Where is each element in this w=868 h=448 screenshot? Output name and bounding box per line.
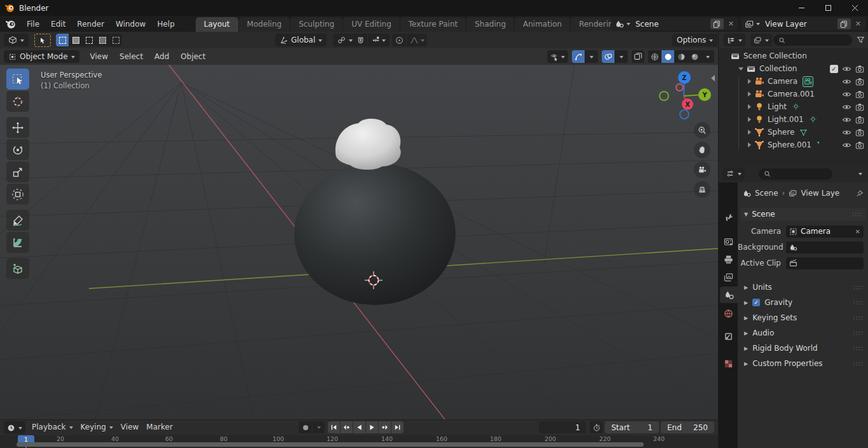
mode-dropdown[interactable]: Object Mode <box>4 50 79 63</box>
gizmo-z-neg-axis[interactable] <box>679 109 689 119</box>
pan-hand-icon[interactable] <box>694 142 710 158</box>
hide-viewport-eye-icon[interactable] <box>842 116 851 124</box>
frame-start-field[interactable]: Start 1 <box>605 421 659 433</box>
measure-tool[interactable] <box>6 232 29 253</box>
gizmo-z-axis[interactable]: Z <box>678 71 691 84</box>
outliner-row[interactable]: Sphere.001 <box>719 139 868 151</box>
drag-dots-icon[interactable]: :::: <box>853 345 864 351</box>
gizmo-y-axis[interactable]: Y <box>698 88 711 101</box>
properties-tab[interactable] <box>720 269 737 285</box>
play-button[interactable] <box>366 421 378 433</box>
expand-toggle-icon[interactable] <box>745 142 753 147</box>
shading-solid-button[interactable] <box>661 50 674 63</box>
close-button[interactable] <box>841 0 868 16</box>
outliner-item-name[interactable]: Sphere.001 <box>768 140 811 149</box>
current-frame-field[interactable]: 1 <box>539 421 586 433</box>
expand-toggle-icon[interactable] <box>745 104 753 109</box>
outliner-row[interactable]: Light.001 <box>719 113 868 126</box>
properties-tab[interactable] <box>720 328 737 344</box>
outliner-item-name[interactable]: Scene Collection <box>743 51 807 60</box>
outliner-editor-type[interactable] <box>724 34 745 46</box>
gizmo-y-neg-axis[interactable] <box>659 91 669 101</box>
select-mode-subtract[interactable] <box>83 34 95 46</box>
transform-orientation-dropdown[interactable]: Global <box>275 34 327 46</box>
snap-toggle[interactable] <box>353 34 367 46</box>
property-section-header[interactable]: ▶ Custom Properties :::: <box>738 357 868 370</box>
expand-toggle-icon[interactable] <box>745 92 753 97</box>
timeline-ruler[interactable]: 20406080100120140160180200220240 1 <box>0 435 718 448</box>
gravity-checkbox[interactable]: ✓ <box>752 299 760 306</box>
navigation-gizmo[interactable]: Z Y X <box>658 71 712 124</box>
disable-render-camera-icon[interactable] <box>855 78 864 86</box>
rotate-tool[interactable] <box>6 139 29 160</box>
disable-render-camera-icon[interactable] <box>855 141 864 149</box>
properties-options-dropdown[interactable] <box>858 173 862 177</box>
object-visibility-dropdown[interactable] <box>547 50 568 63</box>
auto-keying-record-toggle[interactable] <box>299 421 312 433</box>
property-section-header[interactable]: ▶ Rigid Body World :::: <box>738 342 868 355</box>
unlink-scene-icon[interactable]: ✕ <box>726 20 736 28</box>
jump-to-end-button[interactable] <box>391 421 403 433</box>
expand-toggle-icon[interactable] <box>737 65 745 73</box>
drag-dots-icon[interactable]: :::: <box>853 284 864 290</box>
proportional-falloff-dropdown[interactable] <box>407 34 427 46</box>
workspace-tab[interactable]: Layout <box>196 17 238 32</box>
gizmo-options-dropdown[interactable] <box>585 50 598 63</box>
outliner-item-name[interactable]: Collection <box>759 64 797 73</box>
properties-tab[interactable] <box>720 305 737 322</box>
add-cube-tool[interactable] <box>6 258 29 279</box>
outliner-row[interactable]: Scene Collection <box>719 50 868 62</box>
disable-render-camera-icon[interactable] <box>855 90 864 98</box>
outliner-item-name[interactable]: Sphere <box>768 128 794 137</box>
workspace-tab[interactable]: Sculpting <box>290 17 342 32</box>
hide-viewport-eye-icon[interactable] <box>842 65 851 73</box>
gizmo-x-neg-axis[interactable] <box>675 83 684 92</box>
show-overlays-toggle[interactable] <box>602 50 614 63</box>
maximize-button[interactable] <box>815 0 841 16</box>
workspace-tab[interactable]: Texture Paint <box>400 17 466 32</box>
move-tool[interactable] <box>6 117 29 138</box>
outliner-row[interactable]: Light <box>719 100 868 113</box>
scene-panel-header[interactable]: ▼ Scene :::: <box>740 208 866 221</box>
timeline-scrollbar[interactable] <box>17 442 644 447</box>
shading-options-dropdown[interactable] <box>702 50 714 63</box>
orthographic-toggle-icon[interactable] <box>694 181 710 198</box>
next-keyframe-button[interactable] <box>379 421 391 433</box>
outliner-item-name[interactable]: Light <box>768 102 787 111</box>
overlays-options-dropdown[interactable] <box>615 50 628 63</box>
menu-item[interactable]: Edit <box>45 18 71 31</box>
properties-tab[interactable] <box>720 251 737 268</box>
drag-dots-icon[interactable]: :::: <box>853 299 864 306</box>
properties-tab[interactable] <box>720 355 737 372</box>
select-box-tool[interactable] <box>6 69 29 90</box>
new-scene-button[interactable] <box>710 18 724 29</box>
viewport-canvas[interactable] <box>0 48 718 419</box>
active-tool-indicator[interactable] <box>34 34 51 47</box>
show-gizmo-toggle[interactable] <box>572 50 585 63</box>
filter-icon[interactable] <box>857 36 865 44</box>
annotate-tool[interactable] <box>6 210 29 231</box>
timeline-menu-item[interactable]: Keying <box>78 421 116 433</box>
use-preview-range-toggle[interactable] <box>590 421 603 433</box>
hide-viewport-eye-icon[interactable] <box>842 90 851 98</box>
3d-viewport[interactable]: Object Mode ViewSelectAddObject <box>0 48 718 419</box>
workspace-tab[interactable]: Animation <box>515 17 570 32</box>
menu-item[interactable]: Render <box>71 18 110 31</box>
outliner-row[interactable]: Camera.001 <box>719 88 868 100</box>
editor-type-selector[interactable] <box>4 34 29 46</box>
pin-icon[interactable] <box>855 189 864 198</box>
breadcrumb-view-layer[interactable]: View Laye <box>801 189 839 198</box>
menu-item[interactable]: Help <box>151 18 180 31</box>
frame-end-field[interactable]: End 250 <box>661 421 714 433</box>
minimize-button[interactable] <box>788 0 815 16</box>
collection-checkbox[interactable]: ✓ <box>830 65 838 73</box>
snap-to-dropdown[interactable] <box>368 34 390 46</box>
outliner-row[interactable]: Camera <box>719 75 868 88</box>
sphere-001-object[interactable] <box>336 119 401 170</box>
viewport-menu-item[interactable]: Object <box>175 50 211 63</box>
timeline-menu-item[interactable]: Playback <box>29 421 76 433</box>
gizmo-x-axis[interactable]: X <box>682 98 693 110</box>
sidebar-collapse-icon[interactable] <box>708 75 715 81</box>
shading-material-button[interactable] <box>675 50 688 63</box>
field-input[interactable] <box>786 257 864 269</box>
